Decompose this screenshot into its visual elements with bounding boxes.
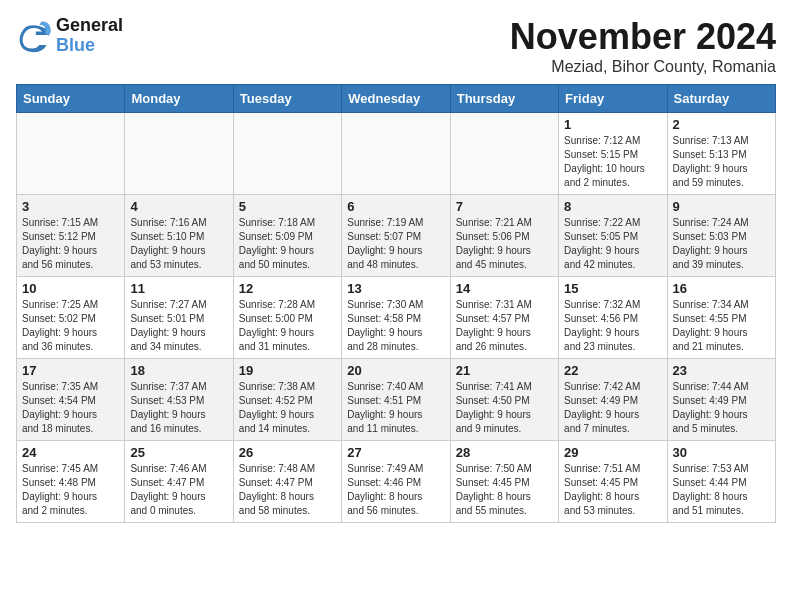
col-friday: Friday <box>559 85 667 113</box>
day-info: Sunrise: 7:34 AM Sunset: 4:55 PM Dayligh… <box>673 298 770 354</box>
day-number: 28 <box>456 445 553 460</box>
day-info: Sunrise: 7:21 AM Sunset: 5:06 PM Dayligh… <box>456 216 553 272</box>
day-number: 26 <box>239 445 336 460</box>
day-info: Sunrise: 7:12 AM Sunset: 5:15 PM Dayligh… <box>564 134 661 190</box>
col-tuesday: Tuesday <box>233 85 341 113</box>
day-info: Sunrise: 7:16 AM Sunset: 5:10 PM Dayligh… <box>130 216 227 272</box>
table-row: 12Sunrise: 7:28 AM Sunset: 5:00 PM Dayli… <box>233 277 341 359</box>
day-number: 11 <box>130 281 227 296</box>
day-number: 3 <box>22 199 119 214</box>
day-info: Sunrise: 7:44 AM Sunset: 4:49 PM Dayligh… <box>673 380 770 436</box>
day-number: 15 <box>564 281 661 296</box>
day-info: Sunrise: 7:27 AM Sunset: 5:01 PM Dayligh… <box>130 298 227 354</box>
day-info: Sunrise: 7:19 AM Sunset: 5:07 PM Dayligh… <box>347 216 444 272</box>
calendar-week-5: 24Sunrise: 7:45 AM Sunset: 4:48 PM Dayli… <box>17 441 776 523</box>
day-number: 17 <box>22 363 119 378</box>
table-row: 4Sunrise: 7:16 AM Sunset: 5:10 PM Daylig… <box>125 195 233 277</box>
calendar-week-3: 10Sunrise: 7:25 AM Sunset: 5:02 PM Dayli… <box>17 277 776 359</box>
day-info: Sunrise: 7:24 AM Sunset: 5:03 PM Dayligh… <box>673 216 770 272</box>
day-info: Sunrise: 7:30 AM Sunset: 4:58 PM Dayligh… <box>347 298 444 354</box>
day-number: 4 <box>130 199 227 214</box>
table-row: 8Sunrise: 7:22 AM Sunset: 5:05 PM Daylig… <box>559 195 667 277</box>
day-number: 20 <box>347 363 444 378</box>
day-info: Sunrise: 7:45 AM Sunset: 4:48 PM Dayligh… <box>22 462 119 518</box>
table-row: 3Sunrise: 7:15 AM Sunset: 5:12 PM Daylig… <box>17 195 125 277</box>
day-info: Sunrise: 7:40 AM Sunset: 4:51 PM Dayligh… <box>347 380 444 436</box>
day-number: 5 <box>239 199 336 214</box>
col-thursday: Thursday <box>450 85 558 113</box>
day-number: 23 <box>673 363 770 378</box>
day-number: 13 <box>347 281 444 296</box>
table-row: 16Sunrise: 7:34 AM Sunset: 4:55 PM Dayli… <box>667 277 775 359</box>
table-row: 15Sunrise: 7:32 AM Sunset: 4:56 PM Dayli… <box>559 277 667 359</box>
day-info: Sunrise: 7:35 AM Sunset: 4:54 PM Dayligh… <box>22 380 119 436</box>
table-row: 18Sunrise: 7:37 AM Sunset: 4:53 PM Dayli… <box>125 359 233 441</box>
day-number: 30 <box>673 445 770 460</box>
day-info: Sunrise: 7:51 AM Sunset: 4:45 PM Dayligh… <box>564 462 661 518</box>
day-number: 27 <box>347 445 444 460</box>
logo-blue: Blue <box>56 36 123 56</box>
logo-text: General Blue <box>56 16 123 56</box>
day-info: Sunrise: 7:38 AM Sunset: 4:52 PM Dayligh… <box>239 380 336 436</box>
day-number: 19 <box>239 363 336 378</box>
day-number: 25 <box>130 445 227 460</box>
day-number: 21 <box>456 363 553 378</box>
day-info: Sunrise: 7:42 AM Sunset: 4:49 PM Dayligh… <box>564 380 661 436</box>
table-row <box>342 113 450 195</box>
table-row: 26Sunrise: 7:48 AM Sunset: 4:47 PM Dayli… <box>233 441 341 523</box>
day-info: Sunrise: 7:25 AM Sunset: 5:02 PM Dayligh… <box>22 298 119 354</box>
day-number: 6 <box>347 199 444 214</box>
table-row <box>125 113 233 195</box>
calendar-week-2: 3Sunrise: 7:15 AM Sunset: 5:12 PM Daylig… <box>17 195 776 277</box>
day-info: Sunrise: 7:18 AM Sunset: 5:09 PM Dayligh… <box>239 216 336 272</box>
main-container: General Blue November 2024 Meziad, Bihor… <box>0 0 792 533</box>
day-info: Sunrise: 7:46 AM Sunset: 4:47 PM Dayligh… <box>130 462 227 518</box>
col-saturday: Saturday <box>667 85 775 113</box>
day-info: Sunrise: 7:48 AM Sunset: 4:47 PM Dayligh… <box>239 462 336 518</box>
col-sunday: Sunday <box>17 85 125 113</box>
calendar-week-4: 17Sunrise: 7:35 AM Sunset: 4:54 PM Dayli… <box>17 359 776 441</box>
day-info: Sunrise: 7:50 AM Sunset: 4:45 PM Dayligh… <box>456 462 553 518</box>
day-number: 8 <box>564 199 661 214</box>
day-number: 9 <box>673 199 770 214</box>
day-number: 7 <box>456 199 553 214</box>
table-row: 10Sunrise: 7:25 AM Sunset: 5:02 PM Dayli… <box>17 277 125 359</box>
table-row: 24Sunrise: 7:45 AM Sunset: 4:48 PM Dayli… <box>17 441 125 523</box>
table-row: 22Sunrise: 7:42 AM Sunset: 4:49 PM Dayli… <box>559 359 667 441</box>
calendar-week-1: 1Sunrise: 7:12 AM Sunset: 5:15 PM Daylig… <box>17 113 776 195</box>
day-info: Sunrise: 7:31 AM Sunset: 4:57 PM Dayligh… <box>456 298 553 354</box>
table-row: 30Sunrise: 7:53 AM Sunset: 4:44 PM Dayli… <box>667 441 775 523</box>
table-row: 9Sunrise: 7:24 AM Sunset: 5:03 PM Daylig… <box>667 195 775 277</box>
table-row: 19Sunrise: 7:38 AM Sunset: 4:52 PM Dayli… <box>233 359 341 441</box>
table-row: 20Sunrise: 7:40 AM Sunset: 4:51 PM Dayli… <box>342 359 450 441</box>
day-number: 24 <box>22 445 119 460</box>
title-block: November 2024 Meziad, Bihor County, Roma… <box>510 16 776 76</box>
table-row: 7Sunrise: 7:21 AM Sunset: 5:06 PM Daylig… <box>450 195 558 277</box>
header-row: Sunday Monday Tuesday Wednesday Thursday… <box>17 85 776 113</box>
header: General Blue November 2024 Meziad, Bihor… <box>16 16 776 76</box>
day-info: Sunrise: 7:22 AM Sunset: 5:05 PM Dayligh… <box>564 216 661 272</box>
table-row: 13Sunrise: 7:30 AM Sunset: 4:58 PM Dayli… <box>342 277 450 359</box>
day-info: Sunrise: 7:41 AM Sunset: 4:50 PM Dayligh… <box>456 380 553 436</box>
table-row: 25Sunrise: 7:46 AM Sunset: 4:47 PM Dayli… <box>125 441 233 523</box>
day-number: 12 <box>239 281 336 296</box>
table-row <box>233 113 341 195</box>
calendar: Sunday Monday Tuesday Wednesday Thursday… <box>16 84 776 523</box>
table-row: 11Sunrise: 7:27 AM Sunset: 5:01 PM Dayli… <box>125 277 233 359</box>
day-number: 22 <box>564 363 661 378</box>
location: Meziad, Bihor County, Romania <box>510 58 776 76</box>
col-wednesday: Wednesday <box>342 85 450 113</box>
table-row: 5Sunrise: 7:18 AM Sunset: 5:09 PM Daylig… <box>233 195 341 277</box>
day-number: 2 <box>673 117 770 132</box>
day-info: Sunrise: 7:13 AM Sunset: 5:13 PM Dayligh… <box>673 134 770 190</box>
day-info: Sunrise: 7:37 AM Sunset: 4:53 PM Dayligh… <box>130 380 227 436</box>
day-info: Sunrise: 7:15 AM Sunset: 5:12 PM Dayligh… <box>22 216 119 272</box>
day-info: Sunrise: 7:49 AM Sunset: 4:46 PM Dayligh… <box>347 462 444 518</box>
table-row: 17Sunrise: 7:35 AM Sunset: 4:54 PM Dayli… <box>17 359 125 441</box>
day-number: 29 <box>564 445 661 460</box>
day-number: 16 <box>673 281 770 296</box>
day-info: Sunrise: 7:32 AM Sunset: 4:56 PM Dayligh… <box>564 298 661 354</box>
day-number: 18 <box>130 363 227 378</box>
table-row <box>450 113 558 195</box>
table-row: 21Sunrise: 7:41 AM Sunset: 4:50 PM Dayli… <box>450 359 558 441</box>
